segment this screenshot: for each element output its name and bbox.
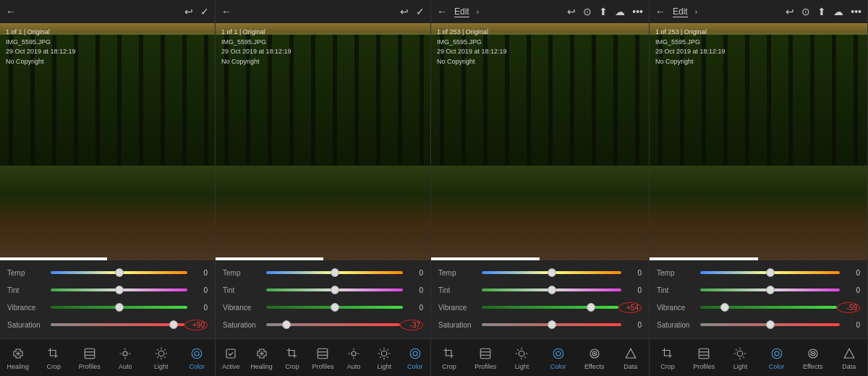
- panel2-confirm-icon[interactable]: ✓: [416, 6, 425, 17]
- color-icon-1: [189, 346, 205, 362]
- panel2-tint-thumb[interactable]: [331, 286, 339, 294]
- panel3-edit-label[interactable]: Edit: [454, 7, 469, 17]
- toolbar-healing-2[interactable]: Healing: [249, 346, 275, 370]
- toolbar-color-1[interactable]: Color: [184, 346, 210, 370]
- toolbar-color-2[interactable]: Color: [402, 346, 428, 370]
- panel4-more-icon[interactable]: •••: [851, 6, 861, 17]
- svg-point-37: [812, 353, 814, 354]
- toolbar-healing-1[interactable]: Healing: [5, 346, 31, 370]
- toolbar-crop-2[interactable]: Crop: [279, 346, 305, 370]
- toolbar-profiles-3[interactable]: Profiles: [475, 346, 496, 370]
- panel4-temp-thumb[interactable]: [766, 268, 775, 277]
- panel2-back-icon[interactable]: ←: [221, 6, 231, 17]
- panel1-vibrance-thumb[interactable]: [115, 303, 124, 312]
- toolbar-light-1[interactable]: Light: [148, 346, 174, 370]
- panel1-temp-label: Temp: [7, 269, 51, 277]
- panel3-ground: [431, 166, 649, 260]
- panel3-more-icon[interactable]: •••: [632, 6, 643, 17]
- toolbar-label-light-2: Light: [378, 363, 392, 370]
- panel3-tint-track[interactable]: [482, 284, 621, 296]
- panel2-tint-track[interactable]: [266, 284, 403, 296]
- healing-icon: [10, 346, 26, 362]
- svg-point-23: [553, 349, 563, 359]
- panel4-undo-icon[interactable]: ↩: [786, 6, 794, 17]
- panel4-left-icons: ← Edit ›: [655, 6, 697, 17]
- panel3-tint-label: Tint: [438, 286, 482, 294]
- panel3-undo-icon[interactable]: ↩: [567, 6, 576, 17]
- panel3-share-icon[interactable]: ⬆: [599, 6, 608, 17]
- panel4-vibrance-label: Vibrance: [657, 304, 700, 312]
- svg-rect-9: [226, 349, 235, 358]
- panel4-back-icon[interactable]: ←: [655, 6, 665, 17]
- panel1-temp-track: [51, 271, 187, 274]
- panel1-tint-value: 0: [187, 286, 208, 294]
- panel4-saturation-value: 0: [840, 321, 860, 329]
- toolbar-profiles-1[interactable]: Profiles: [77, 346, 103, 370]
- panel1-saturation-thumb[interactable]: [169, 320, 178, 329]
- panel2-undo-icon[interactable]: ↩: [400, 6, 409, 17]
- panel3-tint-value: 0: [621, 286, 642, 294]
- panel1-temp-thumb[interactable]: [115, 268, 124, 277]
- panel3-sync-icon[interactable]: ⊙: [583, 6, 592, 17]
- panel3-temp-label: Temp: [438, 269, 482, 277]
- panel4-vibrance-thumb[interactable]: [720, 303, 729, 312]
- toolbar-profiles-2[interactable]: Profiles: [310, 346, 336, 370]
- panel2-temp-track[interactable]: [266, 267, 403, 278]
- panel3-vibrance-thumb[interactable]: [587, 303, 595, 312]
- toolbar-active-2[interactable]: Active: [218, 346, 244, 370]
- toolbar-crop-3[interactable]: Crop: [438, 346, 460, 370]
- panel1-saturation-track-container[interactable]: [51, 319, 184, 330]
- undo-icon[interactable]: ↩: [184, 6, 193, 17]
- toolbar-auto-2[interactable]: Auto: [341, 346, 367, 370]
- panel3-vibrance-track[interactable]: [482, 302, 618, 313]
- panel2-saturation-track[interactable]: [266, 319, 400, 330]
- panel2-vibrance-thumb[interactable]: [331, 303, 339, 312]
- panel3-temp-track[interactable]: [482, 267, 621, 278]
- toolbar-crop-4[interactable]: Crop: [657, 346, 678, 370]
- toolbar-data-3[interactable]: Data: [620, 346, 642, 370]
- panel1-tint-thumb[interactable]: [115, 286, 124, 294]
- panel4-sync-icon[interactable]: ⊙: [801, 6, 810, 17]
- panel4-vibrance-track[interactable]: [700, 302, 837, 313]
- toolbar-auto-1[interactable]: Auto: [112, 346, 138, 370]
- panel3-saturation-thumb[interactable]: [548, 320, 556, 329]
- panel2-controls: Temp 0 Tint 0 Vibrance: [216, 260, 430, 338]
- toolbar-light-2[interactable]: Light: [371, 346, 397, 370]
- svg-rect-29: [699, 349, 709, 359]
- panel4-tint-track[interactable]: [700, 284, 840, 296]
- panel2-saturation-thumb[interactable]: [282, 320, 291, 329]
- toolbar-color-3[interactable]: Color: [548, 346, 569, 370]
- toolbar-profiles-4[interactable]: Profiles: [693, 346, 715, 370]
- svg-point-8: [195, 351, 199, 356]
- panel1-tint-track-container[interactable]: [51, 284, 187, 296]
- panel3-back-icon[interactable]: ←: [437, 6, 447, 17]
- panel4-tint-thumb[interactable]: [766, 286, 775, 294]
- panel3-tint-thumb[interactable]: [548, 286, 556, 294]
- panel3-saturation-track[interactable]: [482, 319, 621, 330]
- toolbar-light-4[interactable]: Light: [729, 346, 751, 370]
- toolbar-color-4[interactable]: Color: [766, 346, 788, 370]
- confirm-icon[interactable]: ✓: [200, 6, 209, 17]
- back-icon[interactable]: ←: [6, 6, 16, 17]
- panel2-vibrance-track[interactable]: [266, 302, 403, 313]
- toolbar-crop-1[interactable]: Crop: [41, 346, 67, 370]
- toolbar-effects-3[interactable]: Effects: [584, 346, 605, 370]
- panel4-saturation-row: Saturation 0: [657, 317, 860, 333]
- panel2-temp-thumb[interactable]: [331, 268, 339, 277]
- panel4-temp-track[interactable]: [700, 267, 840, 278]
- panel4-saturation-track[interactable]: [700, 319, 840, 330]
- panel1-temp-track-container[interactable]: [51, 267, 187, 278]
- panel3-cloud-icon[interactable]: ☁: [615, 6, 625, 17]
- panel1-vibrance-track-container[interactable]: [51, 302, 187, 313]
- panel4-edit-label[interactable]: Edit: [673, 7, 688, 17]
- toolbar-light-3[interactable]: Light: [511, 346, 532, 370]
- toolbar-data-4[interactable]: Data: [838, 346, 860, 370]
- panel4-cloud-icon[interactable]: ☁: [833, 6, 843, 17]
- panel3-temp-thumb[interactable]: [548, 268, 556, 277]
- active-icon-2: [223, 346, 239, 362]
- panel4-share-icon[interactable]: ⬆: [817, 6, 826, 17]
- toolbar-effects-4[interactable]: Effects: [802, 346, 824, 370]
- panel2-vibrance-row: Vibrance 0: [223, 299, 423, 315]
- panel4-saturation-thumb[interactable]: [766, 320, 775, 329]
- panel3-edit-chevron: ›: [477, 8, 479, 16]
